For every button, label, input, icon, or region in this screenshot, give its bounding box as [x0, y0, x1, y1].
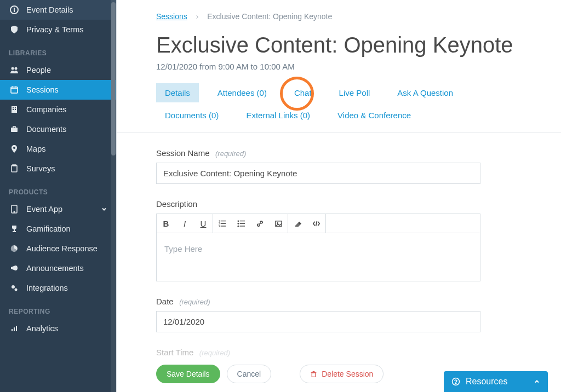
bold-icon[interactable]: B	[157, 214, 175, 233]
tabs: Details Attendees (0) Chat Live Poll Ask…	[156, 83, 528, 125]
sidebar-item-label: Event App	[26, 205, 62, 214]
svg-rect-36	[239, 226, 244, 226]
svg-rect-1	[14, 9, 15, 12]
date-label: Date	[156, 297, 174, 306]
svg-point-33	[237, 223, 239, 224]
sidebar-item-integrations[interactable]: Integrations	[0, 278, 116, 298]
svg-point-21	[15, 289, 18, 291]
svg-point-4	[15, 67, 18, 70]
svg-point-38	[277, 222, 278, 223]
svg-rect-26	[220, 220, 225, 221]
sidebar-item-label: Audience Response	[26, 244, 98, 253]
sidebar-header-libraries: LIBRARIES	[0, 39, 116, 60]
save-button[interactable]: Save Details	[156, 365, 220, 383]
description-input[interactable]: Type Here	[157, 233, 480, 281]
tab-details[interactable]: Details	[156, 83, 199, 102]
link-icon[interactable]	[250, 214, 269, 233]
cancel-button[interactable]: Cancel	[227, 365, 272, 383]
svg-rect-30	[220, 226, 225, 226]
svg-point-35	[237, 225, 239, 227]
svg-rect-13	[15, 109, 16, 110]
eraser-icon[interactable]	[288, 214, 307, 233]
delete-button[interactable]: Delete Session	[300, 365, 383, 383]
tab-video-conference[interactable]: Video & Conference	[329, 106, 420, 125]
question-circle-icon	[451, 377, 460, 386]
sidebar-scrollbar[interactable]	[111, 0, 116, 392]
required-indicator: (required)	[199, 349, 230, 357]
sidebar-item-label: Companies	[26, 105, 66, 114]
chevron-right-icon: ›	[196, 12, 199, 21]
chevron-down-icon	[101, 206, 107, 212]
svg-point-31	[237, 220, 239, 222]
svg-rect-17	[13, 165, 16, 166]
ordered-list-icon[interactable]: 123	[213, 214, 232, 233]
italic-icon[interactable]: I	[175, 214, 194, 233]
shield-icon	[9, 25, 20, 34]
session-name-input[interactable]	[156, 163, 480, 184]
svg-rect-22	[12, 329, 13, 331]
pie-icon	[9, 244, 20, 253]
page-title: Exclusive Content: Opening Keynote	[156, 33, 561, 57]
sidebar-item-gamification[interactable]: Gamification	[0, 219, 116, 239]
sidebar-item-documents[interactable]: Documents	[0, 119, 116, 139]
sidebar-item-sessions[interactable]: Sessions	[0, 80, 116, 100]
tab-attendees[interactable]: Attendees (0)	[209, 83, 276, 102]
svg-rect-34	[239, 223, 244, 223]
sidebar-item-analytics[interactable]: Analytics	[0, 319, 116, 338]
tab-external-links[interactable]: External Links (0)	[237, 106, 319, 125]
sidebar-item-people[interactable]: People	[0, 60, 116, 80]
sidebar-item-companies[interactable]: Companies	[0, 100, 116, 119]
svg-rect-10	[13, 107, 14, 108]
chevron-up-icon	[534, 378, 540, 385]
tab-ask-question[interactable]: Ask A Question	[388, 83, 462, 102]
svg-rect-16	[12, 165, 17, 172]
svg-rect-5	[11, 87, 18, 93]
rich-text-editor: B I U 123	[156, 214, 480, 281]
svg-rect-28	[220, 223, 225, 223]
editor-toolbar: B I U 123	[157, 214, 480, 233]
bullhorn-icon	[9, 264, 20, 273]
breadcrumb: Sessions › Exclusive Content: Opening Ke…	[117, 0, 561, 27]
svg-point-15	[13, 147, 15, 149]
sidebar-item-label: Maps	[26, 145, 45, 153]
sidebar-item-label: Documents	[26, 125, 66, 134]
sidebar-item-privacy-terms[interactable]: Privacy & Terms	[0, 20, 116, 39]
sidebar-item-maps[interactable]: Maps	[0, 139, 116, 159]
date-input[interactable]	[156, 311, 480, 332]
svg-point-46	[455, 383, 456, 384]
breadcrumb-root[interactable]: Sessions	[156, 12, 187, 21]
code-icon[interactable]	[307, 214, 325, 233]
underline-icon[interactable]: U	[194, 214, 213, 233]
page-subtitle: 12/01/2020 from 9:00 AM to 10:00 AM	[156, 62, 561, 71]
tab-documents[interactable]: Documents (0)	[156, 106, 227, 125]
svg-rect-11	[15, 107, 16, 108]
sidebar-item-label: Privacy & Terms	[26, 25, 83, 34]
info-icon	[9, 5, 20, 14]
sidebar-item-event-details[interactable]: Event Details	[0, 0, 116, 20]
calendar-icon	[9, 85, 20, 94]
svg-line-39	[316, 221, 317, 226]
tab-live-poll[interactable]: Live Poll	[330, 83, 379, 102]
svg-rect-14	[11, 128, 18, 132]
description-label: Description	[156, 199, 197, 209]
sidebar-header-products: PRODUCTS	[0, 178, 116, 199]
main-content: Sessions › Exclusive Content: Opening Ke…	[116, 0, 561, 392]
chart-icon	[9, 324, 20, 333]
svg-rect-12	[13, 109, 14, 110]
briefcase-icon	[9, 125, 20, 134]
svg-rect-32	[239, 220, 244, 221]
unordered-list-icon[interactable]	[232, 214, 250, 233]
sidebar-item-surveys[interactable]: Surveys	[0, 159, 116, 178]
svg-point-3	[12, 67, 14, 70]
trash-icon	[310, 371, 317, 378]
sidebar-item-announcements[interactable]: Announcements	[0, 258, 116, 278]
sidebar-item-audience-response[interactable]: Audience Response	[0, 239, 116, 258]
svg-point-19	[14, 211, 15, 212]
gears-icon	[9, 284, 20, 292]
svg-rect-23	[14, 327, 15, 331]
image-icon[interactable]	[269, 214, 288, 233]
sidebar-item-label: Announcements	[26, 264, 84, 273]
tab-chat[interactable]: Chat	[285, 83, 320, 102]
resources-widget[interactable]: Resources	[444, 371, 548, 392]
sidebar-item-event-app[interactable]: Event App	[0, 199, 116, 219]
